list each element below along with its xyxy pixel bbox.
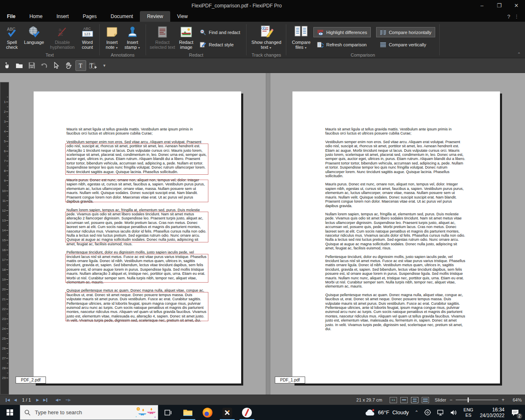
pan-hand-tool-icon[interactable] <box>63 60 74 71</box>
pencil-doc-icon <box>200 41 206 48</box>
paragraph[interactable]: Mauris purus. Donec est nunc, ornare non… <box>66 178 207 203</box>
quick-toolbar: T T ▼ <box>0 58 525 73</box>
right-pdf-page[interactable]: Mauris sit amet ligula ut tellus gravida… <box>292 91 500 383</box>
sticky-note-icon <box>105 25 119 39</box>
redact-style-button[interactable]: Redact style <box>196 39 244 50</box>
paragraph[interactable]: Vestibulum semper enim non eros. Sed vit… <box>66 140 207 174</box>
insert-note-button[interactable]: Insert note▼ <box>102 24 122 51</box>
compare-vertically-icon <box>380 42 386 48</box>
overflow-menu-icon[interactable]: ⋮ <box>514 14 519 19</box>
paragraph[interactable]: Nullam lorem sapien, tempus ac, fringill… <box>325 212 466 251</box>
taskbar-search-input[interactable]: Type here to search <box>20 405 158 420</box>
menu-tab-insert[interactable]: Insert <box>50 11 76 22</box>
restore-button[interactable]: ❐ <box>491 0 508 11</box>
paragraph[interactable]: Quisque pellentesque metus ac quam. Done… <box>66 288 207 322</box>
touch-mode-icon[interactable] <box>2 60 12 71</box>
disable-hyphenation-button[interactable]: a-bc Disable hyphenation <box>47 24 78 50</box>
save-icon[interactable] <box>26 60 37 71</box>
menu-tab-view[interactable]: View <box>170 11 195 22</box>
insert-text-frame-icon[interactable]: T <box>88 60 98 71</box>
spell-check-button[interactable]: ABC Spell check <box>2 24 21 50</box>
menu-tab-document[interactable]: Document <box>104 11 140 22</box>
compare-horizontally-button[interactable]: Compare horizontally <box>376 27 435 37</box>
tray-expand-chevron[interactable]: ⌃ <box>412 405 421 420</box>
zoom-actual-size-button[interactable]: 1:1 <box>390 397 397 403</box>
two-pages-button[interactable] <box>422 397 429 403</box>
compare-files-button[interactable]: Compare files▼ <box>289 24 313 51</box>
firefox-icon <box>203 408 212 418</box>
fit-width-button[interactable] <box>400 397 408 403</box>
redact-image-button[interactable]: Redact image <box>176 24 196 50</box>
zoom-slider[interactable] <box>456 399 498 400</box>
svg-text:ABC: ABC <box>83 27 91 31</box>
file-explorer-button[interactable] <box>178 405 198 420</box>
paragraph[interactable]: Mauris purus. Donec est nunc, ornare non… <box>325 182 466 208</box>
difference-highlight-box <box>65 292 208 321</box>
language-globe-icon <box>27 25 41 39</box>
find-and-redact-button[interactable]: Find and redact <box>196 27 244 37</box>
right-document-pane[interactable]: 1234567891011121314151617181920 Mauris s… <box>270 73 525 395</box>
close-button[interactable]: ✕ <box>508 0 525 11</box>
paragraph[interactable]: Pellentesque tincidunt, dolor eu digniss… <box>325 255 466 289</box>
disable-hyphenation-icon: a-bc <box>56 25 69 39</box>
dropdown-caret: ▼ <box>304 46 307 49</box>
firefox-button[interactable] <box>198 405 217 420</box>
help-icon[interactable]: ? <box>507 14 510 20</box>
pane-divider[interactable] <box>266 73 270 395</box>
menu-tab-file[interactable]: File <box>0 11 23 22</box>
redact-selected-text-button[interactable]: Redact selected text <box>148 24 176 50</box>
ribbon-group-comparison: Compare files▼ Highlight differences Ref… <box>286 22 439 58</box>
pointer-tool-icon[interactable] <box>51 60 62 71</box>
paragraph[interactable]: Pellentesque tincidunt, dolor eu digniss… <box>66 250 207 284</box>
network-button[interactable] <box>434 405 447 420</box>
menu-tab-review[interactable]: Review <box>140 11 170 22</box>
paragraph[interactable]: Vestibulum semper enim non eros. Sed vit… <box>325 140 466 178</box>
action-center-button[interactable]: 2 <box>508 405 525 420</box>
insert-stamp-button[interactable]: Insert stamp▼ <box>122 24 143 51</box>
fit-page-button[interactable] <box>411 397 418 403</box>
last-page-button[interactable]: ▶ <box>43 398 48 402</box>
flexipdf-button[interactable] <box>237 405 257 420</box>
weather-widget[interactable]: 66°F Cloudy <box>362 405 412 420</box>
refresh-comparison-button[interactable]: Refresh comparison <box>313 39 370 50</box>
next-view-button[interactable]: ▶ <box>65 398 71 402</box>
previous-view-button[interactable]: ◀ <box>55 398 61 402</box>
paragraph[interactable]: Mauris sit amet ligula ut tellus gravida… <box>66 127 207 136</box>
toolbar-overflow-caret[interactable]: ▼ <box>100 64 109 68</box>
document-workspace: 1234567891011121314151617181920212223242… <box>0 73 525 395</box>
menu-tab-pages[interactable]: Pages <box>76 11 104 22</box>
weather-condition: Cloudy <box>392 409 409 415</box>
paragraph[interactable]: Quisque pellentesque metus ac quam. Done… <box>325 293 466 331</box>
ribbon-review: ABC Spell check Language a-bc Disable hy… <box>0 22 525 58</box>
start-button[interactable] <box>0 405 20 420</box>
word-count-button[interactable]: ABC123 Word count <box>78 24 97 50</box>
highlight-differences-button[interactable]: Highlight differences <box>313 27 370 37</box>
open-folder-icon[interactable] <box>14 60 25 71</box>
minimize-button[interactable]: – <box>473 0 491 11</box>
title-bar: FlexiPDF_comparison.pdf - FlexiPDF Pro –… <box>0 0 525 11</box>
clock[interactable]: 16:34 24/10/2022 <box>477 407 508 418</box>
office-x-app-button[interactable] <box>217 405 237 420</box>
language-switcher[interactable]: ENG ES <box>460 407 477 418</box>
undo-icon[interactable] <box>39 60 49 71</box>
left-pdf-page[interactable]: Mauris sit amet ligula ut tellus gravida… <box>34 91 241 383</box>
task-view-button[interactable] <box>158 405 178 420</box>
next-page-button[interactable]: ▶ <box>36 398 39 402</box>
zoom-slider-thumb[interactable] <box>468 397 469 402</box>
paragraph[interactable]: Nullam lorem sapien, tempus ac, fringill… <box>66 208 207 247</box>
ribbon-collapse-chevron[interactable]: ⌃ <box>517 52 521 57</box>
text-tool-icon[interactable]: T <box>75 60 86 71</box>
compare-vertically-button[interactable]: Compare vertically <box>376 39 435 50</box>
language-button[interactable]: Language <box>21 24 47 46</box>
volume-button[interactable] <box>447 405 460 420</box>
paragraph[interactable]: Mauris sit amet ligula ut tellus gravida… <box>325 127 466 136</box>
lang-secondary: ES <box>466 413 472 418</box>
left-document-pane[interactable]: Mauris sit amet ligula ut tellus gravida… <box>9 73 266 395</box>
meet-now-button[interactable] <box>421 405 434 420</box>
first-page-button[interactable]: ◀ <box>5 398 10 402</box>
menu-tab-home[interactable]: Home <box>23 11 50 22</box>
zoom-in-button[interactable]: + <box>502 397 504 403</box>
show-changed-text-button[interactable]: Show changed text▼ <box>249 24 283 51</box>
previous-page-button[interactable]: ◀ <box>14 398 17 402</box>
zoom-out-button[interactable]: − <box>450 397 452 403</box>
